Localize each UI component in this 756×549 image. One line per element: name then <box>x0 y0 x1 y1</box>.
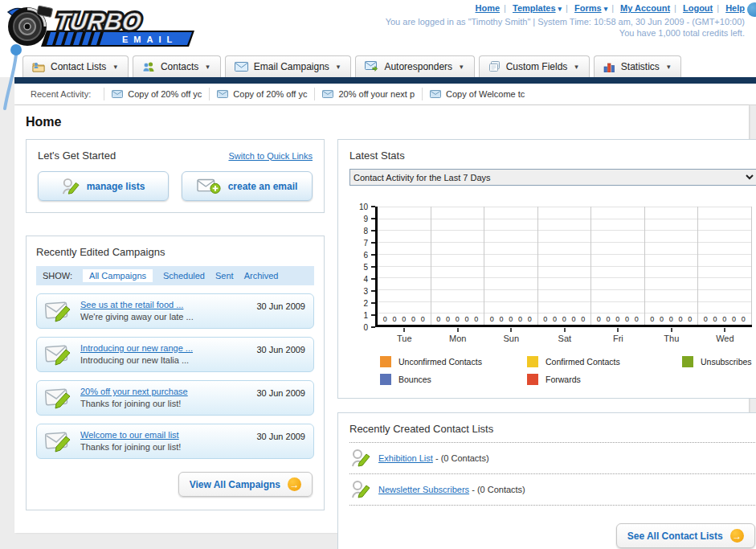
view-all-campaigns-button[interactable]: View All Campaigns → <box>178 472 313 497</box>
nav-templates-link[interactable]: Templates▾ <box>513 3 562 13</box>
data-value-label: 0 <box>722 316 726 323</box>
data-value-label: 0 <box>490 316 494 323</box>
x-axis-label: Wed <box>698 328 752 343</box>
legend-item: Bounces <box>380 374 527 385</box>
create-email-button[interactable]: create an email <box>182 171 313 201</box>
data-value-label: 0 <box>562 316 566 323</box>
campaign-date: 30 Jun 2009 <box>256 386 305 398</box>
data-value-label: 0 <box>543 316 547 323</box>
chevron-down-icon: ▾ <box>558 5 562 13</box>
legend-swatch <box>527 374 538 385</box>
nav-my-account-link[interactable]: My Account <box>620 3 670 13</box>
nav-help-link[interactable]: Help <box>725 3 745 13</box>
recent-activity-text: Copy of 20% off yc <box>233 89 307 99</box>
tab-email-campaigns[interactable]: Email Campaigns▾ <box>225 55 352 77</box>
show-label: SHOW: <box>43 271 72 281</box>
campaign-row[interactable]: Introducing our new range ... Introducin… <box>36 337 314 372</box>
campaign-row[interactable]: See us at the retail food ... We're givi… <box>36 293 314 329</box>
nav-separator: | <box>504 3 506 13</box>
campaign-date: 30 Jun 2009 <box>256 299 305 311</box>
recent-activity-text: Copy of Welcome tc <box>446 89 525 99</box>
data-value-label: 0 <box>669 316 673 323</box>
latest-stats-panel: Latest Stats Contact Activity for the La… <box>337 139 756 399</box>
campaign-row[interactable]: Welcome to our email list Thanks for joi… <box>36 424 314 459</box>
data-value-label: 0 <box>660 316 664 323</box>
data-value-label: 0 <box>392 316 396 323</box>
envelope-pencil-icon <box>45 344 72 366</box>
tab-label: Contacts <box>161 61 198 72</box>
x-axis-label: Fri <box>591 328 645 343</box>
recent-contact-lists-panel: Recently Created Contact Lists Exhibitio… <box>337 412 756 549</box>
pages-icon <box>488 61 501 72</box>
nav-home-link[interactable]: Home <box>476 3 501 13</box>
see-all-contact-lists-button[interactable]: See All Contact Lists → <box>616 523 755 548</box>
nav-logout-link[interactable]: Logout <box>683 3 713 13</box>
chart-column: 00000 <box>645 207 699 325</box>
create-email-label: create an email <box>228 181 298 192</box>
data-value-label: 0 <box>500 316 504 323</box>
chart-x-labels: TueMonSunSatFriThuWed <box>378 328 752 343</box>
tab-label: Autoresponders <box>384 61 452 72</box>
data-value-label: 0 <box>509 316 513 323</box>
data-value-label: 0 <box>402 316 406 323</box>
contact-list-link[interactable]: Newsletter Subscribers <box>378 485 469 494</box>
campaign-title-link[interactable]: 20% off your next purchase <box>80 387 188 396</box>
recent-activity-item[interactable]: Copy of 20% off yc <box>209 88 314 100</box>
latest-stats-title: Latest Stats <box>349 150 405 162</box>
recent-activity-item[interactable]: Copy of Welcome tc <box>422 88 532 100</box>
contacts-icon <box>142 61 155 72</box>
legend-item: Confirmed Contacts <box>527 356 682 367</box>
nav-templates-label: Templates <box>513 3 556 13</box>
page-title: Home <box>26 115 738 129</box>
data-value-label: 0 <box>688 316 692 323</box>
tab-contact-lists[interactable]: Contact Lists▾ <box>22 55 129 77</box>
x-axis-label: Sun <box>484 328 538 343</box>
tab-contacts[interactable]: Contacts▾ <box>133 55 221 77</box>
filter-sent[interactable]: Sent <box>215 271 234 281</box>
data-value-label: 0 <box>465 316 469 323</box>
envelope-pencil-icon <box>45 431 72 453</box>
stats-report-select[interactable]: Contact Activity for the Last 7 Days <box>349 169 756 186</box>
tab-label: Custom Fields <box>506 61 568 72</box>
campaign-title-link[interactable]: Welcome to our email list <box>80 430 179 440</box>
campaign-filter-bar: SHOW: All Campaigns Scheduled Sent Archi… <box>36 266 314 285</box>
data-value-label: 0 <box>528 316 532 323</box>
tab-label: Email Campaigns <box>254 61 329 72</box>
contact-list-row[interactable]: Exhibition List - (0 Contacts) <box>349 443 756 474</box>
envelope-plus-icon <box>197 178 221 195</box>
tab-statistics[interactable]: Statistics▾ <box>594 55 682 77</box>
filter-all-campaigns[interactable]: All Campaigns <box>83 269 153 282</box>
campaign-row[interactable]: 20% off your next purchase Thanks for jo… <box>36 380 314 416</box>
nav-forms-link[interactable]: Forms▾ <box>574 3 607 13</box>
nav-separator: | <box>566 3 568 13</box>
arrow-right-icon: → <box>288 477 301 491</box>
tab-label: Contact Lists <box>51 61 106 72</box>
campaign-title-link[interactable]: Introducing our new range ... <box>80 343 193 353</box>
chevron-down-icon: ▾ <box>206 63 210 71</box>
data-value-label: 0 <box>518 316 522 323</box>
filter-scheduled[interactable]: Scheduled <box>163 271 205 281</box>
data-value-label: 0 <box>597 316 601 323</box>
tab-autoresponders[interactable]: Autoresponders▾ <box>355 55 474 77</box>
contact-list-count: - (0 Contacts) <box>435 453 489 463</box>
recent-activity-text: Copy of 20% off yc <box>128 89 202 99</box>
data-value-label: 0 <box>446 316 450 323</box>
filter-archived[interactable]: Archived <box>244 271 279 281</box>
tab-label: Statistics <box>621 61 660 72</box>
envelope-icon <box>430 90 441 98</box>
chart-column: 00000 <box>431 207 485 325</box>
contact-list-link[interactable]: Exhibition List <box>378 453 433 463</box>
campaign-title-link[interactable]: See us at the retail food ... <box>80 300 183 309</box>
campaign-subtitle: Introducing our new Italia ... <box>80 355 189 365</box>
recent-activity-item[interactable]: Copy of 20% off yc <box>104 88 209 100</box>
manage-lists-button[interactable]: manage lists <box>38 171 169 201</box>
tab-custom-fields[interactable]: Custom Fields▾ <box>479 55 590 77</box>
recent-activity-item[interactable]: 20% off your next p <box>314 88 422 100</box>
envelope-icon <box>217 90 228 98</box>
data-value-label: 0 <box>635 316 639 323</box>
contact-list-row[interactable]: Newsletter Subscribers - (0 Contacts) <box>349 474 756 506</box>
manage-lists-label: manage lists <box>87 181 145 192</box>
recent-activity-bar: Recent Activity: Copy of 20% off yc Copy… <box>14 84 756 105</box>
get-started-title: Let's Get Started <box>38 150 116 162</box>
switch-quick-links[interactable]: Switch to Quick Links <box>228 151 313 161</box>
